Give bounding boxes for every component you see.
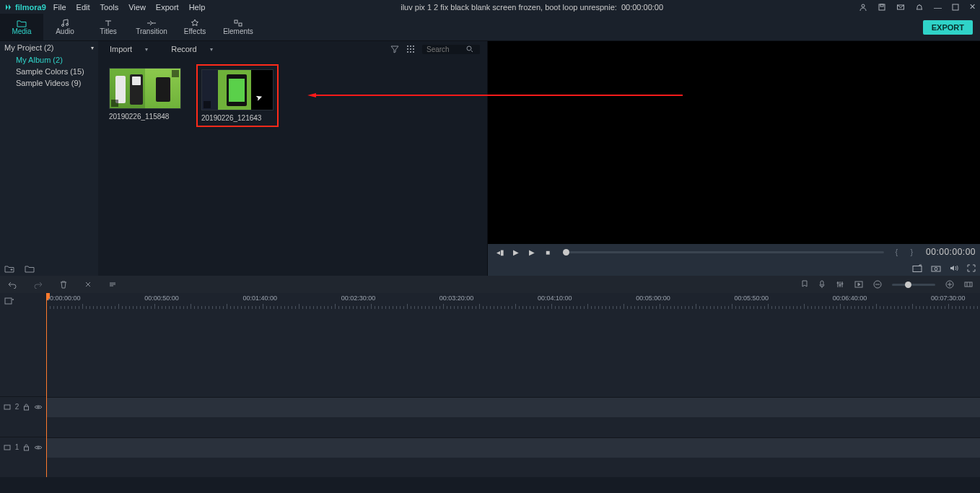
volume-icon[interactable] bbox=[950, 264, 958, 272]
notification-icon[interactable] bbox=[915, 3, 924, 12]
svg-rect-7 bbox=[235, 20, 237, 23]
media-clip[interactable]: 20190226_115848 bbox=[105, 64, 185, 124]
undo-button[interactable] bbox=[7, 280, 17, 289]
tab-media[interactable]: Media bbox=[0, 14, 43, 40]
playhead[interactable] bbox=[46, 293, 47, 477]
tool-tabs: Media Audio Titles Transition Effects El… bbox=[0, 14, 980, 41]
delete-button[interactable] bbox=[59, 280, 68, 289]
add-track-button[interactable] bbox=[0, 293, 46, 309]
zoom-plus-icon[interactable] bbox=[945, 280, 954, 289]
svg-rect-10 bbox=[410, 45, 411, 47]
svg-rect-15 bbox=[407, 51, 408, 53]
camera-icon[interactable] bbox=[931, 264, 941, 272]
library-item-samplevideos[interactable]: Sample Videos (9) bbox=[0, 77, 98, 89]
svg-rect-24 bbox=[821, 281, 823, 285]
svg-rect-21 bbox=[913, 266, 922, 271]
account-icon[interactable] bbox=[859, 3, 867, 12]
ruler-label: 00:00:00:00 bbox=[46, 295, 81, 302]
player-timecode: 00:00:00:00 bbox=[926, 247, 976, 257]
close-button[interactable]: ✕ bbox=[969, 2, 976, 12]
library-item-samplecolors[interactable]: Sample Colors (15) bbox=[0, 66, 98, 77]
folder-icon[interactable] bbox=[25, 264, 35, 273]
library-item-myalbum[interactable]: My Album (2) bbox=[0, 54, 98, 66]
menu-file[interactable]: File bbox=[53, 3, 66, 12]
tab-audio[interactable]: Audio bbox=[43, 14, 87, 40]
folder-icon bbox=[17, 19, 27, 27]
media-clip[interactable]: ➤ 20190226_121643 bbox=[196, 64, 279, 127]
track-header-2[interactable]: 2 bbox=[0, 396, 46, 416]
mail-icon[interactable] bbox=[896, 3, 905, 12]
fullscreen-icon[interactable] bbox=[967, 264, 976, 272]
ruler-label: 00:03:20:00 bbox=[439, 295, 474, 302]
menu-help[interactable]: Help bbox=[189, 3, 206, 12]
prev-frame-button[interactable]: ◂▮ bbox=[492, 248, 508, 256]
import-button[interactable]: Import▾ bbox=[105, 43, 152, 55]
tab-titles[interactable]: Titles bbox=[87, 14, 130, 40]
play-button[interactable]: ▶ bbox=[508, 248, 524, 256]
tab-transition[interactable]: Transition bbox=[130, 14, 173, 40]
preview-viewport bbox=[488, 41, 980, 244]
eye-icon[interactable] bbox=[34, 404, 43, 410]
tab-elements[interactable]: Elements bbox=[216, 14, 260, 40]
zoom-fit-icon[interactable] bbox=[964, 280, 973, 289]
clip-type-icon bbox=[111, 100, 118, 107]
mic-icon[interactable] bbox=[818, 280, 826, 289]
scrub-bar[interactable] bbox=[563, 251, 884, 253]
track-header-1[interactable]: 1 bbox=[0, 437, 46, 457]
clip-thumbnail bbox=[109, 68, 181, 109]
grid-view-icon[interactable] bbox=[406, 45, 415, 53]
svg-point-38 bbox=[38, 446, 40, 448]
new-folder-icon[interactable] bbox=[4, 264, 14, 273]
svg-rect-34 bbox=[25, 406, 29, 410]
next-frame-button[interactable]: ▶ bbox=[524, 248, 540, 256]
track-headers: 2 1 bbox=[0, 293, 46, 477]
document-title: iluv pix 1 2 fix black blank screen froz… bbox=[215, 3, 849, 12]
edit-button[interactable] bbox=[108, 280, 117, 289]
menu-edit[interactable]: Edit bbox=[76, 3, 90, 12]
filter-icon[interactable] bbox=[390, 45, 399, 53]
clip-label: 20190226_115848 bbox=[109, 113, 181, 121]
export-button[interactable]: EXPORT bbox=[923, 20, 973, 35]
redo-button[interactable] bbox=[33, 280, 43, 289]
maximize-button[interactable] bbox=[952, 4, 959, 11]
snapshot-icon[interactable] bbox=[912, 264, 922, 272]
zoom-minus-icon[interactable] bbox=[873, 280, 882, 289]
app-logo: filmora9 bbox=[4, 3, 46, 12]
svg-rect-8 bbox=[239, 23, 242, 26]
timeline-ruler[interactable]: 00:00:00:0000:00:50:0000:01:40:0000:02:3… bbox=[46, 293, 980, 309]
stop-button[interactable]: ■ bbox=[540, 248, 556, 256]
titles-icon bbox=[103, 19, 113, 27]
menu-export[interactable]: Export bbox=[156, 3, 179, 12]
track-row[interactable] bbox=[46, 397, 980, 417]
mixer-icon[interactable] bbox=[836, 280, 844, 289]
save-icon[interactable] bbox=[878, 3, 886, 12]
svg-rect-37 bbox=[25, 447, 29, 450]
svg-rect-4 bbox=[953, 4, 958, 10]
minimize-button[interactable]: — bbox=[934, 3, 942, 12]
clip-badge-icon bbox=[172, 70, 179, 77]
marker-icon[interactable] bbox=[801, 280, 808, 289]
render-icon[interactable] bbox=[854, 280, 863, 289]
svg-rect-32 bbox=[5, 298, 12, 304]
split-button[interactable] bbox=[84, 280, 92, 289]
lock-icon[interactable] bbox=[23, 403, 30, 411]
menu-view[interactable]: View bbox=[128, 3, 146, 12]
svg-point-35 bbox=[38, 406, 40, 408]
lock-icon[interactable] bbox=[23, 444, 30, 451]
transition-icon bbox=[146, 19, 157, 27]
record-button[interactable]: Record▾ bbox=[167, 43, 216, 55]
svg-rect-2 bbox=[880, 4, 883, 6]
mark-in-out-icon[interactable]: { } bbox=[896, 248, 915, 256]
timeline: 2 1 00:00:00:0000:00:50:0000:01:40:0000:… bbox=[0, 293, 980, 477]
tab-effects[interactable]: Effects bbox=[173, 14, 216, 40]
svg-marker-20 bbox=[307, 93, 316, 97]
timeline-toolbar bbox=[0, 276, 980, 293]
search-input[interactable] bbox=[422, 45, 480, 54]
ruler-label: 00:05:00:00 bbox=[636, 295, 670, 302]
eye-icon[interactable] bbox=[34, 445, 43, 450]
library-root[interactable]: My Project (2) ▾ bbox=[0, 41, 98, 54]
menu-tools[interactable]: Tools bbox=[100, 3, 119, 12]
track-row[interactable] bbox=[46, 437, 980, 458]
svg-rect-9 bbox=[407, 45, 408, 47]
zoom-slider[interactable] bbox=[892, 284, 935, 286]
